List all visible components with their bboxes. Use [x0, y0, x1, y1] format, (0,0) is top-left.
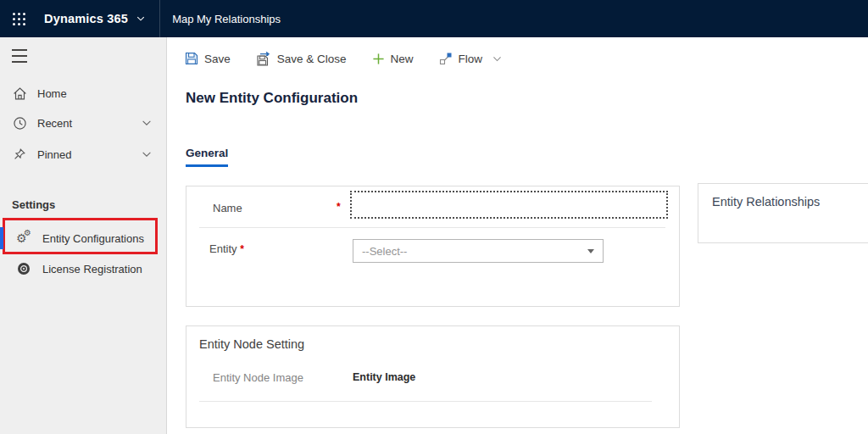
- pin-icon: [12, 147, 27, 162]
- chevron-down-icon: [136, 14, 146, 24]
- sidebar-item-label: Recent: [37, 117, 72, 130]
- sidebar-item-recent[interactable]: Recent: [0, 113, 166, 133]
- entity-node-image-label: Entity Node Image: [213, 371, 303, 384]
- top-navigation-bar: Dynamics 365 Map My Relationships: [0, 0, 868, 37]
- waffle-icon: [13, 13, 25, 25]
- field-divider: [199, 227, 665, 228]
- app-launcher-button[interactable]: [0, 0, 37, 37]
- gears-icon: ⚙⚙: [16, 231, 31, 246]
- selected-item-indicator: [0, 227, 3, 249]
- app-window: Dynamics 365 Map My Relationships Home: [0, 0, 868, 434]
- save-icon: [185, 52, 198, 65]
- home-icon: [12, 86, 27, 101]
- name-input[interactable]: [350, 191, 668, 219]
- sidebar-item-entity-configurations[interactable]: ⚙⚙ Entity Configurations: [0, 228, 166, 248]
- entity-node-setting-section: Entity Node Setting Entity Node Image En…: [186, 326, 680, 428]
- entity-required-marker: *: [240, 243, 244, 255]
- flow-label: Flow: [459, 53, 483, 65]
- sidebar-item-label: Entity Configurations: [42, 232, 144, 245]
- flow-icon: [439, 52, 453, 65]
- chevron-down-icon[interactable]: [141, 148, 153, 160]
- entity-relationships-title: Entity Relationships: [712, 195, 820, 209]
- collapse-sidebar-button[interactable]: [12, 49, 29, 63]
- entity-select[interactable]: --Select--: [353, 239, 604, 263]
- clock-icon: [12, 115, 27, 131]
- tab-general[interactable]: General: [186, 147, 228, 167]
- current-app-title[interactable]: Map My Relationships: [160, 13, 281, 25]
- sidebar-item-pinned[interactable]: Pinned: [0, 144, 166, 164]
- tab-general-label: General: [186, 147, 228, 159]
- entity-select-value: --Select--: [362, 245, 587, 258]
- chevron-down-icon[interactable]: [141, 117, 153, 129]
- name-field-label: Name: [213, 202, 242, 214]
- main-content: Save Save & Close Ne: [168, 37, 868, 434]
- entity-node-setting-title: Entity Node Setting: [199, 337, 304, 351]
- save-label: Save: [204, 53, 231, 65]
- sidebar-item-label: License Registration: [42, 263, 142, 275]
- field-divider: [199, 401, 652, 402]
- new-button[interactable]: New: [372, 53, 414, 65]
- flow-button[interactable]: Flow: [439, 52, 504, 65]
- entity-relationships-panel: Entity Relationships: [698, 183, 868, 243]
- name-required-marker: *: [337, 201, 341, 213]
- license-registration-icon: [16, 261, 31, 276]
- entity-field-label: Entity *: [209, 242, 244, 255]
- sidebar-item-label: Home: [37, 87, 67, 100]
- save-button[interactable]: Save: [185, 52, 231, 65]
- plus-icon: [372, 53, 385, 65]
- chevron-down-icon: [492, 53, 503, 64]
- entity-label-text: Entity: [209, 242, 237, 255]
- sidebar-item-license-registration[interactable]: License Registration: [0, 259, 166, 279]
- command-bar: Save Save & Close Ne: [168, 37, 868, 80]
- entity-node-image-value[interactable]: Entity Image: [353, 371, 415, 383]
- sidebar-group-settings: Settings: [12, 198, 55, 211]
- app-name: Dynamics 365: [44, 12, 128, 25]
- active-tab-indicator: [186, 164, 228, 167]
- save-and-close-icon: [256, 52, 271, 66]
- sidebar-item-home[interactable]: Home: [0, 83, 166, 103]
- dropdown-caret-icon: [587, 249, 594, 253]
- save-and-close-label: Save & Close: [277, 53, 347, 65]
- general-form-section: Name * Entity * --Select--: [186, 186, 680, 307]
- sidebar-item-label: Pinned: [37, 148, 71, 161]
- app-switcher[interactable]: Dynamics 365: [37, 0, 159, 37]
- page-title: New Entity Configuration: [186, 90, 358, 107]
- save-and-close-button[interactable]: Save & Close: [256, 52, 347, 66]
- site-map-sidebar: Home Recent: [0, 37, 167, 434]
- new-label: New: [391, 53, 414, 65]
